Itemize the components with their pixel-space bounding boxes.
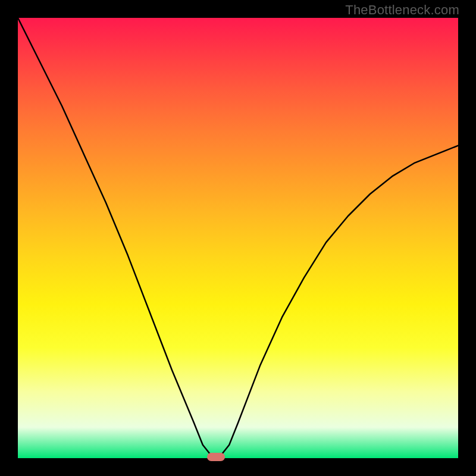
chart-frame: TheBottleneck.com [0,0,476,476]
watermark-text: TheBottleneck.com [345,2,459,18]
optimal-marker [207,453,225,461]
plot-area [18,18,458,458]
bottleneck-curve [18,18,458,458]
